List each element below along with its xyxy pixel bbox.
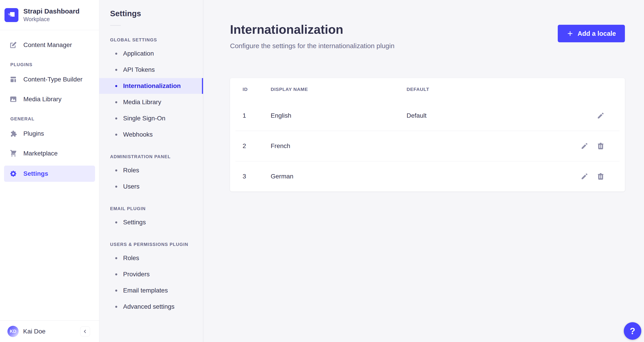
main-sidebar: Strapi Dashboard Workplace Content Manag…: [0, 0, 99, 342]
app-title: Strapi Dashboard: [23, 7, 80, 15]
subnav-item-api-tokens[interactable]: API Tokens: [99, 62, 203, 78]
help-button[interactable]: ?: [624, 322, 641, 340]
subnav-divider: [110, 25, 121, 26]
brand: Strapi Dashboard Workplace: [0, 0, 99, 30]
sidebar-item-marketplace[interactable]: Marketplace: [4, 146, 95, 161]
bullet-icon: [115, 53, 117, 55]
edit-locale-button[interactable]: [580, 172, 588, 181]
table-row: 3German: [230, 161, 625, 192]
delete-locale-button[interactable]: [596, 142, 605, 150]
page-header: Internationalization Configure the setti…: [203, 0, 644, 50]
cart-icon: [10, 150, 17, 157]
subnav-item-roles[interactable]: Roles: [99, 162, 203, 178]
sidebar-item-media-library[interactable]: Media Library: [4, 92, 95, 107]
cell-default: Default: [406, 112, 564, 119]
edit-locale-button[interactable]: [596, 112, 605, 120]
gear-icon: [10, 170, 17, 178]
nav-section-label-plugins: PLUGINS: [10, 62, 95, 67]
sidebar-item-settings[interactable]: Settings: [4, 165, 95, 182]
sidebar-item-label: Marketplace: [23, 150, 58, 157]
cell-display-name: English: [271, 112, 406, 119]
pencil-icon: [596, 112, 605, 120]
add-locale-button[interactable]: Add a locale: [558, 25, 625, 42]
page-title: Internationalization: [230, 23, 394, 37]
bullet-icon: [115, 257, 117, 259]
puzzle-icon: [10, 130, 17, 137]
subnav-item-media-library[interactable]: Media Library: [99, 94, 203, 110]
sidebar-item-plugins[interactable]: Plugins: [4, 126, 95, 141]
subnav-group-label-users-permissions-plugin: USERS & PERMISSIONS PLUGIN: [110, 242, 203, 247]
edit-locale-button[interactable]: [580, 142, 588, 150]
subnav-item-email-templates[interactable]: Email templates: [99, 283, 203, 298]
sidebar-item-label: Settings: [23, 170, 48, 177]
add-locale-label: Add a locale: [578, 30, 616, 37]
cell-actions: [564, 172, 605, 181]
subnav-item-label: Media Library: [123, 99, 161, 106]
sidebar-footer: KD Kai Doe: [0, 320, 99, 342]
sidebar-item-label: Content-Type Builder: [23, 76, 82, 83]
subnav-item-label: Single Sign-On: [123, 115, 165, 122]
bullet-icon: [115, 221, 117, 223]
table-body: 1EnglishDefault2French3German: [230, 101, 625, 192]
column-header-display-name: DISPLAY NAME: [271, 87, 406, 92]
subnav-item-label: Providers: [123, 271, 150, 278]
avatar[interactable]: KD: [8, 326, 19, 337]
sidebar-item-content-type-builder[interactable]: Content-Type Builder: [4, 72, 95, 87]
chevron-left-icon: [83, 329, 88, 334]
bullet-icon: [115, 69, 117, 71]
user-name: Kai Doe: [23, 328, 46, 335]
trash-icon: [596, 172, 605, 181]
subnav-item-webhooks[interactable]: Webhooks: [99, 127, 203, 142]
subnav-item-providers[interactable]: Providers: [99, 266, 203, 282]
bullet-icon: [115, 101, 117, 103]
bullet-icon: [115, 306, 117, 308]
subnav-group-label-email-plugin: EMAIL PLUGIN: [110, 206, 203, 211]
subnav-item-label: Advanced settings: [123, 303, 174, 310]
subnav-item-application[interactable]: Application: [99, 46, 203, 61]
bullet-icon: [115, 290, 117, 292]
subnav-item-label: API Tokens: [123, 66, 155, 73]
cell-actions: [564, 112, 605, 120]
bullet-icon: [115, 134, 117, 136]
table-row: 1EnglishDefault: [230, 101, 625, 131]
bullet-icon: [115, 117, 117, 119]
subnav-item-label: Internationalization: [123, 82, 181, 90]
subnav-item-single-sign-on[interactable]: Single Sign-On: [99, 110, 203, 126]
subnav-item-users[interactable]: Users: [99, 179, 203, 194]
subnav-item-roles[interactable]: Roles: [99, 250, 203, 266]
cell-id: 2: [242, 142, 271, 150]
subnav-item-advanced-settings[interactable]: Advanced settings: [99, 299, 203, 314]
delete-locale-button[interactable]: [596, 172, 605, 181]
column-header-id: ID: [242, 87, 271, 92]
page-subtitle: Configure the settings for the internati…: [230, 42, 394, 50]
subnav-item-label: Webhooks: [123, 131, 153, 138]
subnav-item-label: Users: [123, 183, 140, 190]
pencil-icon: [580, 142, 588, 150]
subnav-item-internationalization[interactable]: Internationalization: [99, 78, 203, 94]
pencil-icon: [580, 172, 588, 181]
table-row: 2French: [230, 131, 625, 161]
main-nav: Content Manager PLUGINSContent-Type Buil…: [0, 30, 99, 320]
sidebar-item-label: Media Library: [23, 96, 62, 103]
cell-id: 1: [242, 112, 271, 119]
settings-subnav: Settings GLOBAL SETTINGSApplicationAPI T…: [99, 0, 203, 342]
sidebar-item-content-manager[interactable]: Content Manager: [4, 37, 95, 53]
plus-icon: [567, 30, 574, 37]
subnav-item-settings[interactable]: Settings: [99, 214, 203, 230]
main-content: Internationalization Configure the setti…: [203, 0, 644, 342]
sidebar-item-label: Content Manager: [23, 41, 72, 49]
subnav-group-label-administration-panel: ADMINISTRATION PANEL: [110, 154, 203, 159]
subnav-item-label: Roles: [123, 254, 139, 262]
subnav-item-label: Settings: [123, 219, 146, 226]
bullet-icon: [115, 273, 117, 275]
cell-display-name: French: [271, 142, 406, 150]
table-header-row: ID DISPLAY NAME DEFAULT: [230, 78, 625, 101]
nav-section-label-general: GENERAL: [10, 116, 95, 121]
cell-actions: [564, 142, 605, 150]
subnav-item-label: Email templates: [123, 287, 168, 294]
subnav-group-label-global-settings: GLOBAL SETTINGS: [110, 37, 203, 43]
locales-table: ID DISPLAY NAME DEFAULT 1EnglishDefault2…: [230, 78, 625, 192]
brand-text: Strapi Dashboard Workplace: [23, 7, 80, 23]
collapse-sidebar-button[interactable]: [80, 326, 90, 336]
column-header-default: DEFAULT: [406, 87, 564, 92]
